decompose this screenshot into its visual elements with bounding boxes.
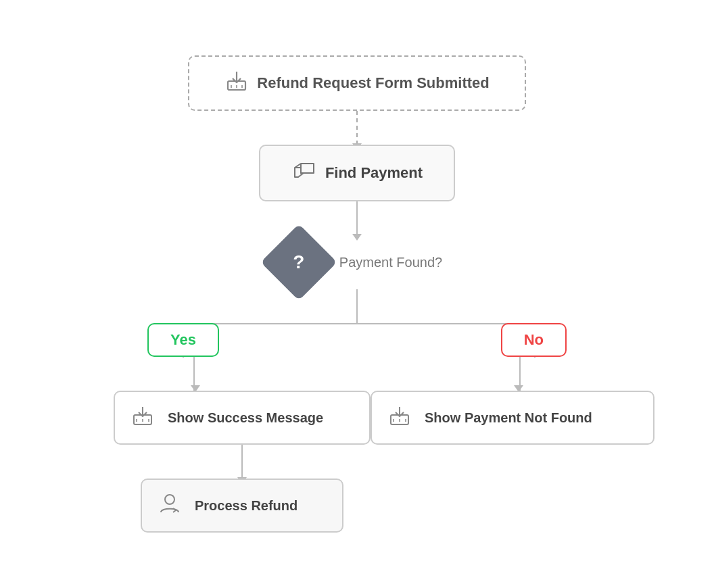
show-not-found-icon <box>388 404 411 431</box>
process-refund-node: Process Refund <box>141 479 343 533</box>
show-not-found-node: Show Payment Not Found <box>371 391 654 445</box>
left-action-col: Show Success Message Process Refund <box>114 391 371 533</box>
connector-success <box>241 445 243 479</box>
connector-2 <box>356 201 358 235</box>
show-success-node: Show Success Message <box>114 391 371 445</box>
no-branch: No <box>501 323 567 357</box>
process-refund-label: Process Refund <box>195 498 298 514</box>
show-success-label: Show Success Message <box>168 410 323 426</box>
no-badge: No <box>501 323 567 357</box>
right-action-col: Show Payment Not Found <box>371 391 654 445</box>
show-success-icon <box>131 404 154 431</box>
yes-badge: Yes <box>147 323 219 357</box>
svg-point-2 <box>165 495 174 504</box>
trigger-icon <box>224 69 249 97</box>
connector-1 <box>356 111 358 145</box>
action-row: Show Success Message Process Refund <box>114 391 600 533</box>
decision-node: ? Payment Found? <box>272 235 442 289</box>
trigger-node: Refund Request Form Submitted <box>188 55 526 111</box>
find-payment-label: Find Payment <box>325 164 423 182</box>
yes-branch: Yes <box>147 323 219 357</box>
process-refund-icon <box>158 492 181 519</box>
find-payment-icon <box>291 158 317 188</box>
show-not-found-label: Show Payment Not Found <box>425 410 592 426</box>
trigger-label: Refund Request Form Submitted <box>257 74 489 92</box>
flowchart: Refund Request Form Submitted Find Payme… <box>87 28 627 560</box>
find-payment-node: Find Payment <box>259 145 455 201</box>
branch-lines <box>87 289 627 323</box>
decision-symbol: ? <box>293 251 304 273</box>
badge-row: Yes No <box>147 323 567 357</box>
decision-question: Payment Found? <box>339 255 442 270</box>
badge-connectors <box>147 357 567 391</box>
